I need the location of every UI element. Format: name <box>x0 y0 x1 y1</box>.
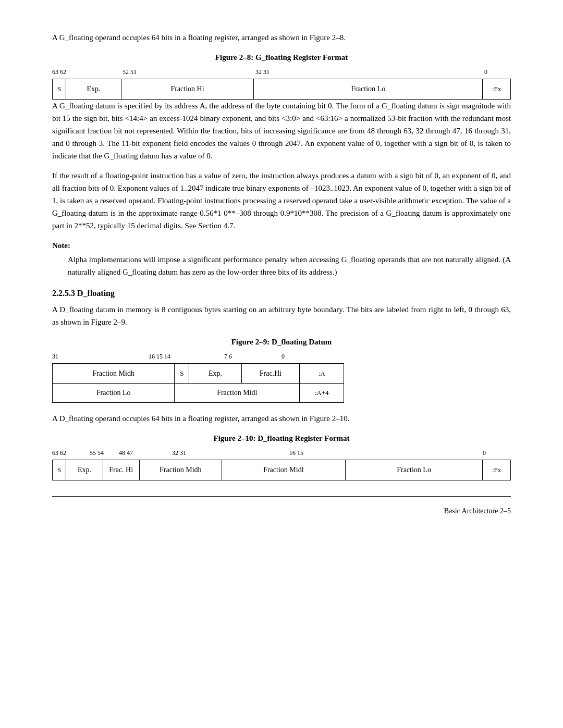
fig8-cell-exp: Exp. <box>66 79 121 99</box>
figure-10-title: Figure 2–10: D_floating Register Format <box>52 434 511 443</box>
figure-8-register: S Exp. Fraction Hi Fraction Lo :Fx <box>52 79 511 100</box>
fig8-cell-fraction-hi: Fraction Hi <box>121 79 254 99</box>
note-text: Alpha implementations will impose a sign… <box>68 253 511 278</box>
paragraph-3: A D_floating operand occupies 64 bits in… <box>52 412 511 425</box>
fig9-bit-161514: 16 15 14 <box>149 353 170 361</box>
fig9-addr-a4: :A+4 <box>300 384 344 402</box>
fig10-bit-6362: 63 62 <box>52 449 66 457</box>
bit-label-5251: 52 51 <box>123 68 137 76</box>
fig10-cell-fraction-midh: Fraction Midh <box>140 460 222 480</box>
figure-10-register: S Exp. Frac. Hi Fraction Midh Fraction M… <box>52 460 511 480</box>
fig9-fraction-midh: Fraction Midh <box>53 364 175 383</box>
fig10-bit-1615: 16 15 <box>289 449 303 457</box>
fig9-s: S <box>175 364 189 383</box>
paragraph-2: If the result of a floating-point instru… <box>52 169 511 232</box>
footer-text: Basic Architecture 2–5 <box>444 507 511 515</box>
fig10-bit-0: 0 <box>483 449 486 457</box>
fig10-bit-3231: 32 31 <box>172 449 186 457</box>
fig10-cell-fraction-lo: Fraction Lo <box>346 460 483 480</box>
fig9-bit-31: 31 <box>52 353 58 361</box>
fig10-bit-4847: 48 47 <box>119 449 133 457</box>
figure-10: Figure 2–10: D_floating Register Format … <box>52 434 511 480</box>
fig9-exp: Exp. <box>189 364 241 383</box>
fig9-fraction-midl: Fraction Midl <box>175 384 300 402</box>
fig9-frac-hi: Frac.Hi <box>242 364 300 383</box>
page-footer: Basic Architecture 2–5 <box>52 496 511 515</box>
paragraph-1: A G_floating datum is specified by its a… <box>52 100 511 162</box>
figure-9: Figure 2–9: D_floating Datum 31 16 15 14… <box>52 338 511 403</box>
fig10-cell-fx: :Fx <box>483 460 510 480</box>
fig9-fraction-lo: Fraction Lo <box>53 384 175 402</box>
fig9-bit-76: 7 6 <box>224 353 232 361</box>
figure-9-row1: Fraction Midh S Exp. Frac.Hi :A <box>52 363 344 383</box>
fig10-cell-frac-hi: Frac. Hi <box>103 460 140 480</box>
fig9-bit-0: 0 <box>282 353 285 361</box>
fig10-cell-exp: Exp. <box>66 460 103 480</box>
section-heading: 2.2.5.3 D_floating <box>52 289 511 298</box>
bit-label-3231: 32 31 <box>255 68 270 76</box>
figure-9-row2: Fraction Lo Fraction Midl :A+4 <box>52 383 344 403</box>
fig8-cell-fx: :Fx <box>483 79 510 99</box>
content-block: A G_floating operand occupies 64 bits in… <box>52 31 511 515</box>
figure-8: Figure 2–8: G_floating Register Format 6… <box>52 53 511 100</box>
note-heading: Note: <box>52 241 511 250</box>
fig8-cell-fraction-lo: Fraction Lo <box>254 79 483 99</box>
figure-9-title: Figure 2–9: D_floating Datum <box>52 338 511 347</box>
fig10-cell-s: S <box>53 460 66 480</box>
fig10-cell-fraction-midl: Fraction Midl <box>222 460 346 480</box>
fig8-cell-s: S <box>53 79 66 99</box>
fig9-addr-a: :A <box>300 364 344 383</box>
section-para-1: A D_floating datum in memory is 8 contig… <box>52 303 511 328</box>
note-section: Note: Alpha implementations will impose … <box>52 241 511 278</box>
fig10-bit-5554: 55 54 <box>90 449 104 457</box>
bit-label-0: 0 <box>484 68 487 76</box>
intro-paragraph: A G_floating operand occupies 64 bits in… <box>52 31 511 44</box>
figure-8-title: Figure 2–8: G_floating Register Format <box>52 53 511 62</box>
bit-label-6362: 63 62 <box>52 68 66 76</box>
